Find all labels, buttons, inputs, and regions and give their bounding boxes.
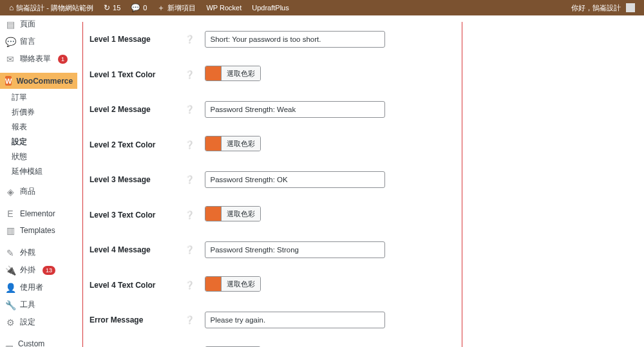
refresh-icon: ↻ [104, 4, 110, 12]
updraftplus-link[interactable]: UpdraftPlus [248, 4, 292, 12]
help-icon[interactable]: ❔ [180, 267, 200, 303]
label: Templates [20, 226, 55, 235]
sidebar-item-elementor[interactable]: EElementor [0, 205, 77, 222]
color-swatch [205, 277, 221, 291]
label: Custom Product Tabs [18, 339, 72, 347]
level2-message-label: Level 2 Message [83, 92, 180, 127]
avatar [626, 3, 635, 12]
add-new-link[interactable]: ＋新增項目 [153, 3, 200, 13]
sidebar-item-contact[interactable]: ✉聯絡表單1 [0, 50, 77, 68]
user-icon: 👤 [5, 283, 15, 293]
admin-sidebar: ▤頁面 💬留言 ✉聯絡表單1 WWooCommerce 訂單 折價券 報表 設定… [0, 15, 77, 347]
help-icon[interactable]: ❔ [180, 127, 200, 162]
sub-reports[interactable]: 報表 [12, 120, 77, 135]
help-icon[interactable]: ❔ [180, 197, 200, 232]
page-icon: ▤ [5, 19, 15, 30]
label: 外觀 [20, 247, 35, 258]
color-select-button[interactable]: 選取色彩 [221, 136, 260, 151]
level2-message-input[interactable] [205, 101, 385, 118]
updates-link[interactable]: ↻15 [100, 4, 124, 12]
level4-color-label: Level 4 Text Color [83, 267, 180, 303]
home-icon: ⌂ [9, 4, 14, 12]
color-swatch [205, 136, 221, 151]
label: 留言 [20, 36, 35, 47]
label: WooCommerce [16, 77, 73, 86]
level3-message-label: Level 3 Message [83, 162, 180, 197]
comments-link[interactable]: 💬0 [127, 4, 151, 12]
woocommerce-icon: W [5, 76, 12, 86]
greeting-text: 你好，鵠崙設計 [571, 3, 621, 13]
brush-icon: ✎ [5, 248, 15, 258]
sliders-icon: ⚙ [5, 317, 15, 328]
sub-orders[interactable]: 訂單 [12, 90, 77, 105]
color-select-button[interactable]: 選取色彩 [221, 66, 260, 80]
sidebar-item-pages[interactable]: ▤頁面 [0, 15, 77, 33]
label: 工具 [20, 299, 35, 310]
level3-color-picker[interactable]: 選取色彩 [205, 206, 261, 221]
admin-bar: ⌂鵠崙設計 - 購物網站範例 ↻15 💬0 ＋新增項目 WP Rocket Up… [0, 0, 644, 15]
plus-icon: ＋ [157, 4, 165, 12]
sidebar-item-custom-tabs[interactable]: ▦Custom Product Tabs [0, 336, 77, 347]
site-name: 鵠崙設計 - 購物網站範例 [16, 3, 93, 13]
add-new-label: 新增項目 [167, 3, 196, 13]
sidebar-item-woocommerce[interactable]: WWooCommerce [0, 73, 77, 89]
sidebar-item-appearance[interactable]: ✎外觀 [0, 244, 77, 261]
plugins-badge: 13 [43, 266, 55, 275]
level1-color-picker[interactable]: 選取色彩 [205, 66, 261, 81]
wp-rocket-link[interactable]: WP Rocket [202, 4, 245, 12]
elementor-icon: E [5, 209, 15, 219]
label: 頁面 [20, 19, 35, 30]
error-message-input[interactable] [205, 312, 385, 328]
label: 外掛 [20, 265, 35, 276]
sub-ext[interactable]: 延伸模組 [12, 164, 77, 179]
sidebar-item-products[interactable]: ◈商品 [0, 183, 77, 200]
templates-icon: ▥ [5, 225, 15, 236]
level3-message-input[interactable] [205, 171, 385, 188]
sidebar-item-plugins[interactable]: 🔌外掛13 [0, 261, 77, 279]
comments-count: 0 [143, 4, 147, 12]
help-icon[interactable]: ❔ [180, 232, 200, 267]
level2-color-picker[interactable]: 選取色彩 [205, 136, 261, 151]
contact-badge: 1 [58, 55, 68, 64]
plug-icon: 🔌 [5, 265, 15, 276]
color-swatch [205, 207, 221, 221]
settings-form: Level 1 Message ❔ Level 1 Text Color ❔ 選… [77, 15, 644, 347]
level1-color-label: Level 1 Text Color [83, 57, 180, 92]
user-greeting[interactable]: 你好，鵠崙設計 [567, 3, 639, 13]
sidebar-item-templates[interactable]: ▥Templates [0, 222, 77, 239]
error-message-label: Error Message [83, 303, 180, 337]
color-select-button[interactable]: 選取色彩 [221, 207, 260, 221]
sub-settings[interactable]: 設定 [12, 135, 77, 149]
woocommerce-submenu: 訂單 折價券 報表 設定 狀態 延伸模組 [0, 89, 77, 183]
wp-logo[interactable]: ⌂鵠崙設計 - 購物網站範例 [5, 3, 97, 13]
level3-color-label: Level 3 Text Color [83, 197, 180, 232]
help-icon[interactable]: ❔ [180, 162, 200, 197]
level1-message-input[interactable] [205, 31, 385, 48]
label: 使用者 [20, 282, 43, 293]
sidebar-item-settings[interactable]: ⚙設定 [0, 314, 77, 331]
help-icon[interactable]: ❔ [180, 92, 200, 127]
sidebar-item-users[interactable]: 👤使用者 [0, 279, 77, 296]
comment-icon: 💬 [5, 37, 15, 47]
tag-icon: ◈ [5, 187, 15, 197]
label: 設定 [20, 317, 35, 328]
label: 聯絡表單 [20, 53, 51, 64]
level4-message-input[interactable] [205, 241, 385, 258]
comment-icon: 💬 [131, 4, 140, 12]
label: Elementor [20, 209, 55, 218]
color-select-button[interactable]: 選取色彩 [221, 277, 260, 291]
level4-color-picker[interactable]: 選取色彩 [205, 276, 261, 292]
updates-count: 15 [113, 4, 120, 12]
help-icon[interactable]: ❔ [180, 57, 200, 92]
help-icon[interactable]: ❔ [180, 337, 200, 347]
help-icon[interactable]: ❔ [180, 303, 200, 337]
mail-icon: ✉ [5, 54, 15, 64]
sidebar-item-tools[interactable]: 🔧工具 [0, 296, 77, 314]
tabs-icon: ▦ [5, 343, 14, 347]
help-icon[interactable]: ❔ [180, 22, 200, 57]
sidebar-item-comments[interactable]: 💬留言 [0, 33, 77, 50]
level1-message-label: Level 1 Message [83, 22, 180, 57]
level4-message-label: Level 4 Message [83, 232, 180, 267]
sub-status[interactable]: 狀態 [12, 149, 77, 164]
sub-coupons[interactable]: 折價券 [12, 105, 77, 120]
